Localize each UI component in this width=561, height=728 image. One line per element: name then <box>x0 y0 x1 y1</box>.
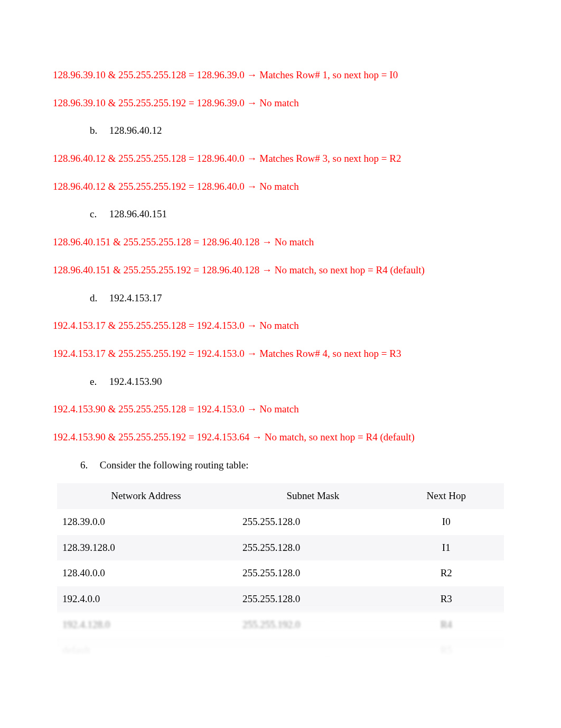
routing-table: Network Address Subnet Mask Next Hop 128… <box>57 483 504 664</box>
table-row: 192.4.0.0 255.255.128.0 R3 <box>57 586 504 612</box>
sub-item-label: 128.96.40.151 <box>109 208 167 219</box>
header-subnet-mask: Subnet Mask <box>237 483 390 509</box>
cell-network-address: default <box>57 638 237 664</box>
cell-next-hop: R3 <box>390 586 504 612</box>
sub-item-d: d. 192.4.153.17 <box>53 292 508 305</box>
cell-network-address: 192.4.0.0 <box>57 586 237 612</box>
sub-item-label: 128.96.40.12 <box>109 125 162 136</box>
question-6: 6. Consider the following routing table: <box>53 459 508 472</box>
sub-item-c: c. 128.96.40.151 <box>53 208 508 221</box>
answer-line-b2: 128.96.40.12 & 255.255.255.192 = 128.96.… <box>53 180 508 193</box>
answer-line-d2: 192.4.153.17 & 255.255.255.192 = 192.4.1… <box>53 347 508 361</box>
sub-item-marker: e. <box>90 375 107 389</box>
header-network-address: Network Address <box>57 483 237 509</box>
answer-line-e1: 192.4.153.90 & 255.255.255.128 = 192.4.1… <box>53 403 508 416</box>
sub-item-label: 192.4.153.90 <box>109 376 162 387</box>
cell-next-hop: I1 <box>390 535 504 561</box>
cell-subnet-mask <box>237 638 390 664</box>
answer-line-a2: 128.96.39.10 & 255.255.255.192 = 128.96.… <box>53 97 508 110</box>
table-row: 128.40.0.0 255.255.128.0 R2 <box>57 560 504 586</box>
table-row: 128.39.128.0 255.255.128.0 I1 <box>57 535 504 561</box>
cell-subnet-mask: 255.255.128.0 <box>237 586 390 612</box>
cell-next-hop: R2 <box>390 560 504 586</box>
sub-item-marker: c. <box>90 208 107 221</box>
sub-item-marker: b. <box>90 124 107 137</box>
cell-next-hop: R4 <box>390 612 504 638</box>
sub-item-marker: d. <box>90 292 107 305</box>
routing-table-wrap: Network Address Subnet Mask Next Hop 128… <box>57 483 504 664</box>
sub-item-e: e. 192.4.153.90 <box>53 375 508 389</box>
table-header-row: Network Address Subnet Mask Next Hop <box>57 483 504 509</box>
cell-next-hop: I0 <box>390 509 504 535</box>
cell-subnet-mask: 255.255.128.0 <box>237 535 390 561</box>
answer-line-b1: 128.96.40.12 & 255.255.255.128 = 128.96.… <box>53 152 508 165</box>
cell-subnet-mask: 255.255.128.0 <box>237 509 390 535</box>
cell-subnet-mask: 255.255.128.0 <box>237 560 390 586</box>
answer-line-a1: 128.96.39.10 & 255.255.255.128 = 128.96.… <box>53 69 508 82</box>
answer-line-d1: 192.4.153.17 & 255.255.255.128 = 192.4.1… <box>53 319 508 333</box>
question-marker: 6. <box>80 459 97 472</box>
answer-line-e2: 192.4.153.90 & 255.255.255.192 = 192.4.1… <box>53 431 508 444</box>
table-row: default R5 <box>57 638 504 664</box>
table-row: 128.39.0.0 255.255.128.0 I0 <box>57 509 504 535</box>
sub-item-b: b. 128.96.40.12 <box>53 124 508 137</box>
cell-network-address: 128.39.0.0 <box>57 509 237 535</box>
cell-network-address: 128.40.0.0 <box>57 560 237 586</box>
cell-subnet-mask: 255.255.192.0 <box>237 612 390 638</box>
cell-network-address: 192.4.128.0 <box>57 612 237 638</box>
answer-line-c1: 128.96.40.151 & 255.255.255.128 = 128.96… <box>53 236 508 249</box>
cell-network-address: 128.39.128.0 <box>57 535 237 561</box>
answer-line-c2: 128.96.40.151 & 255.255.255.192 = 128.96… <box>53 264 508 277</box>
table-row: 192.4.128.0 255.255.192.0 R4 <box>57 612 504 638</box>
question-label: Consider the following routing table: <box>100 459 249 471</box>
header-next-hop: Next Hop <box>390 483 504 509</box>
sub-item-label: 192.4.153.17 <box>109 292 162 303</box>
cell-next-hop: R5 <box>390 638 504 664</box>
